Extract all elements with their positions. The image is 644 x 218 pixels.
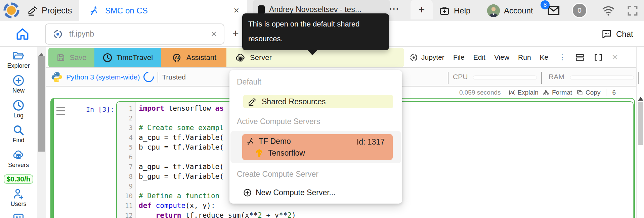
close-project-tab-icon[interactable]: ✕: [233, 6, 240, 15]
code-text: [135, 113, 139, 123]
projects-button[interactable]: Projects: [28, 0, 72, 21]
shared-resources-tooltip: This is open on the default shared resou…: [242, 13, 389, 50]
sidebar-item-find[interactable]: Find: [12, 124, 25, 144]
ram-label: RAM: [549, 73, 564, 81]
notifications-badge[interactable]: 0: [572, 3, 587, 18]
sidebar-item-log[interactable]: Log: [12, 99, 25, 119]
cell-input-prompt: In [3]:: [86, 105, 114, 113]
file-tab-tf-ipynb[interactable]: tf.ipynb ✕: [45, 23, 224, 45]
folder-icon: [12, 50, 25, 62]
menu-edit[interactable]: Edit: [473, 53, 485, 61]
menu-view[interactable]: View: [494, 53, 509, 61]
divider: [541, 72, 542, 84]
explain-label: Explain: [518, 89, 539, 96]
projects-label: Projects: [42, 6, 72, 15]
cocalc-app: Projects SMC on CS ✕ Andrey Novoseltsev …: [0, 0, 644, 218]
home-button[interactable]: [15, 26, 30, 41]
project-tab-active[interactable]: SMC on CS ✕: [79, 0, 247, 21]
ai-head-icon: AI: [171, 52, 182, 63]
fullscreen-button[interactable]: [626, 4, 639, 17]
assistant-button[interactable]: AI Assistant: [161, 48, 226, 67]
project-avatar-icon: [258, 5, 265, 14]
copy-button[interactable]: Copy: [576, 89, 600, 96]
explain-button[interactable]: AI Explain: [509, 89, 539, 96]
plus-circle-icon: [243, 188, 252, 197]
help-label: Help: [454, 6, 470, 15]
more-menu-icon[interactable]: ⋮: [559, 53, 566, 62]
user-plus-icon: [12, 188, 25, 200]
split-horizontal-icon[interactable]: [575, 53, 585, 62]
sidebar-label: Find: [12, 137, 24, 144]
hourly-rate-badge[interactable]: $0.30/h: [4, 174, 33, 184]
menu-file[interactable]: File: [453, 53, 465, 61]
sidebar-item-users[interactable]: Users: [10, 188, 26, 208]
divider: [636, 47, 637, 218]
ai-icon: AI: [509, 90, 515, 95]
tab-overflow-button[interactable]: ⋯: [389, 3, 399, 14]
close-file-tab-icon[interactable]: ✕: [211, 30, 217, 39]
right-scrollbar-thumb[interactable]: [638, 102, 643, 145]
floppy-icon: [56, 53, 66, 62]
code-line[interactable]: 12 return tf.reduce_sum(x**2 + y**2): [117, 211, 633, 218]
connection-status-button[interactable]: [601, 4, 615, 17]
new-file-tab-button[interactable]: +: [232, 27, 239, 40]
sidebar-item-settings[interactable]: [12, 213, 25, 218]
account-button[interactable]: Account: [487, 0, 533, 21]
dropdown-heading-active: Active Compute Servers: [237, 117, 320, 126]
edit-pencil-icon: [248, 98, 256, 106]
save-label: Save: [70, 53, 86, 62]
menu-item-new-compute-server[interactable]: New Compute Server...: [243, 188, 336, 197]
cocalc-logo-icon[interactable]: [3, 2, 19, 18]
ipynb-file-icon: [52, 29, 63, 40]
menu-run[interactable]: Run: [518, 53, 531, 61]
server-image-row: Tensorflow: [255, 149, 305, 158]
kernel-name-link[interactable]: Python 3 (system-wide): [66, 73, 140, 81]
code-text: # Define a function: [135, 191, 219, 201]
cpu-meter: [473, 75, 537, 80]
code-text: # Create some exampl: [135, 123, 224, 133]
cell-drag-handle-icon[interactable]: [56, 107, 65, 115]
format-button[interactable]: Format: [543, 89, 572, 96]
help-button[interactable]: Help: [439, 0, 470, 21]
chat-button[interactable]: Chat: [601, 21, 633, 47]
left-scrollbar-thumb[interactable]: [38, 56, 45, 152]
code-text: a_cpu = tf.Variable(: [135, 133, 224, 143]
menu-item-tf-demo-server[interactable]: TF Demo Id: 1317 Tensorflow: [242, 134, 393, 160]
sidebar-item-explorer[interactable]: Explorer: [7, 50, 30, 69]
background-tab-label: Andrey Novoseltsev - tes...: [269, 5, 361, 14]
left-scrollbar[interactable]: [37, 47, 46, 218]
sidebar-item-new[interactable]: New: [12, 74, 25, 94]
new-compute-server-label: New Compute Server...: [256, 188, 336, 197]
scroll-up-icon[interactable]: [39, 50, 44, 56]
sidebar-item-servers[interactable]: Servers: [8, 149, 29, 169]
chat-label: Chat: [616, 30, 633, 39]
kernel-busy-spinner-icon: [141, 70, 156, 85]
sidebar-label: Log: [13, 112, 24, 119]
sidebar-label: Users: [10, 201, 26, 208]
save-button[interactable]: Save: [48, 48, 94, 67]
cpu-label: CPU: [453, 73, 468, 81]
svg-text:AI: AI: [175, 55, 179, 59]
ram-meter: [570, 75, 634, 80]
line-number: 8: [117, 172, 135, 181]
line-number: 12: [117, 211, 135, 218]
menu-kernel-truncated[interactable]: Ke: [540, 53, 550, 61]
line-number: 9: [117, 181, 135, 191]
line-number: 5: [117, 143, 135, 152]
split-vertical-icon[interactable]: [594, 53, 603, 62]
server-label: Server: [250, 53, 272, 62]
line-number: 6: [117, 152, 135, 162]
close-pane-icon[interactable]: ✕: [612, 53, 618, 62]
scroll-up-icon[interactable]: [638, 94, 643, 101]
menu-jupyter[interactable]: Jupyter: [409, 53, 444, 62]
tooltip-arrow: [308, 50, 317, 60]
timetravel-button[interactable]: TimeTravel: [94, 48, 161, 67]
code-text: return tf.reduce_sum(x**2 + y**2): [135, 211, 296, 218]
new-project-tab-button[interactable]: +: [411, 0, 433, 19]
menu-label: Jupyter: [421, 53, 444, 61]
divider: [606, 89, 606, 96]
menu-item-shared-resources[interactable]: Shared Resources: [243, 95, 393, 108]
cell-index: 6: [612, 89, 616, 96]
fullscreen-icon: [626, 4, 639, 17]
divider: [638, 72, 639, 84]
